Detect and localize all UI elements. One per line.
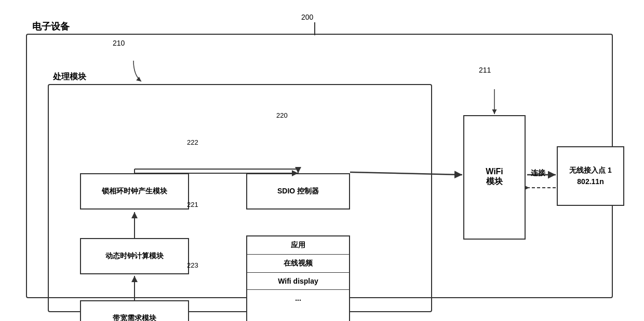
- bandwidth-label: 带宽需求模块: [113, 314, 156, 322]
- bandwidth-module-box: 带宽需求模块: [80, 300, 189, 322]
- label-220: 220: [276, 111, 288, 119]
- app-row-title: 应用: [247, 236, 349, 255]
- inner-box-label: 处理模块: [53, 72, 86, 82]
- app-row-wifi-display: Wifi display: [247, 273, 349, 290]
- outer-electronic-device-box: 电子设备 210 处理模块 锁相环时钟产生模块 动态时钟计算模块 带宽需求模块 …: [26, 34, 613, 298]
- app-module-box: 应用 在线视频 Wifi display ...: [246, 235, 350, 322]
- ap-box: 无线接入点 1802.11n: [557, 146, 624, 206]
- pll-module-box: 锁相环时钟产生模块: [80, 173, 189, 210]
- label-223: 223: [187, 261, 198, 269]
- connect-label: 连接: [531, 169, 545, 178]
- label-221: 221: [187, 201, 198, 208]
- label-211: 211: [479, 66, 491, 74]
- outer-box-label: 电子设备: [32, 20, 70, 33]
- diagram-container: 200 电子设备 210 处理模块 锁相环时钟产生模块 动态时钟计算模块 带宽需…: [16, 13, 628, 309]
- wifi-label: WiFi模块: [486, 167, 503, 187]
- arrow-200: [314, 22, 315, 35]
- inner-processing-module-box: 处理模块 锁相环时钟产生模块 动态时钟计算模块 带宽需求模块 SDIO 控制器 …: [48, 84, 432, 312]
- sdio-controller-box: SDIO 控制器: [246, 173, 350, 210]
- dynamic-clock-module-box: 动态时钟计算模块: [80, 238, 189, 274]
- ap-label: 无线接入点 1802.11n: [569, 164, 612, 188]
- sdio-label: SDIO 控制器: [277, 187, 319, 196]
- label-222: 222: [187, 138, 198, 146]
- label-210: 210: [113, 39, 125, 47]
- dynamic-clock-label: 动态时钟计算模块: [105, 252, 164, 261]
- app-row-ellipsis: ...: [247, 290, 349, 306]
- pll-module-label: 锁相环时钟产生模块: [102, 187, 167, 196]
- app-row-online-video: 在线视频: [247, 255, 349, 273]
- label-200: 200: [301, 13, 313, 21]
- wifi-module-box: WiFi模块: [463, 115, 526, 240]
